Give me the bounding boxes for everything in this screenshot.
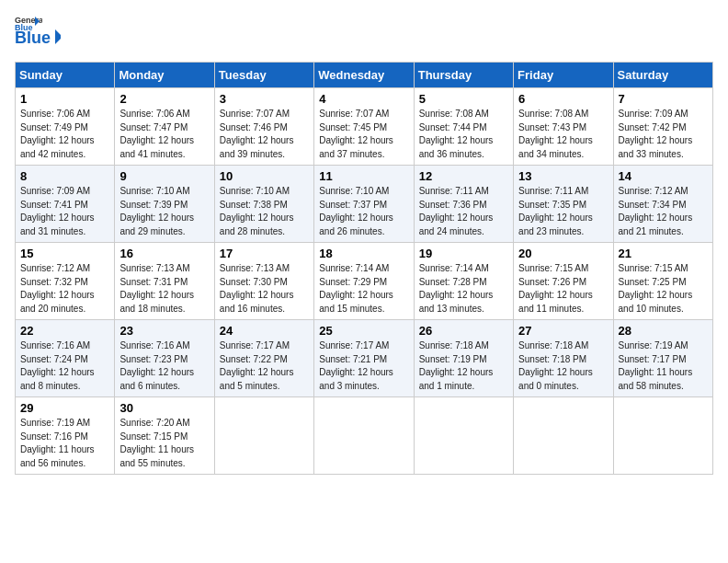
calendar-cell: 22Sunrise: 7:16 AMSunset: 7:24 PMDayligh…: [16, 320, 115, 397]
calendar-cell: 16Sunrise: 7:13 AMSunset: 7:31 PMDayligh…: [115, 243, 214, 320]
calendar-week-row: 22Sunrise: 7:16 AMSunset: 7:24 PMDayligh…: [16, 320, 713, 397]
calendar-cell: 8Sunrise: 7:09 AMSunset: 7:41 PMDaylight…: [16, 166, 115, 243]
calendar-cell: 12Sunrise: 7:11 AMSunset: 7:36 PMDayligh…: [414, 166, 513, 243]
day-info: Sunrise: 7:16 AMSunset: 7:23 PMDaylight:…: [119, 339, 209, 393]
day-info: Sunrise: 7:09 AMSunset: 7:41 PMDaylight:…: [20, 185, 109, 238]
day-number: 24: [220, 324, 309, 338]
day-info: Sunrise: 7:17 AMSunset: 7:22 PMDaylight:…: [220, 339, 309, 393]
day-number: 3: [220, 92, 309, 106]
calendar-cell: [314, 397, 414, 475]
day-number: 18: [319, 247, 408, 260]
day-number: 25: [319, 324, 408, 338]
logo: General Blue Blue: [15, 15, 61, 52]
header: General Blue Blue: [15, 15, 713, 52]
calendar-cell: 30Sunrise: 7:20 AMSunset: 7:15 PMDayligh…: [115, 397, 214, 475]
day-info: Sunrise: 7:17 AMSunset: 7:21 PMDaylight:…: [319, 339, 408, 393]
day-number: 12: [419, 169, 508, 183]
calendar-cell: [414, 397, 513, 475]
calendar-cell: 23Sunrise: 7:16 AMSunset: 7:23 PMDayligh…: [115, 320, 214, 397]
calendar-header-row: SundayMondayTuesdayWednesdayThursdayFrid…: [16, 63, 713, 88]
day-number: 4: [319, 92, 408, 106]
day-number: 26: [419, 324, 508, 338]
calendar-cell: 17Sunrise: 7:13 AMSunset: 7:30 PMDayligh…: [214, 243, 313, 320]
day-number: 2: [119, 92, 209, 106]
calendar-cell: 20Sunrise: 7:15 AMSunset: 7:26 PMDayligh…: [514, 243, 613, 320]
day-number: 1: [20, 92, 109, 106]
day-number: 29: [20, 401, 109, 415]
calendar-cell: 26Sunrise: 7:18 AMSunset: 7:19 PMDayligh…: [414, 320, 513, 397]
calendar-cell: 10Sunrise: 7:10 AMSunset: 7:38 PMDayligh…: [214, 166, 313, 243]
calendar-week-row: 29Sunrise: 7:19 AMSunset: 7:16 PMDayligh…: [16, 397, 713, 475]
day-info: Sunrise: 7:11 AMSunset: 7:36 PMDaylight:…: [419, 185, 508, 238]
calendar-cell: 28Sunrise: 7:19 AMSunset: 7:17 PMDayligh…: [613, 320, 712, 397]
day-info: Sunrise: 7:19 AMSunset: 7:16 PMDaylight:…: [20, 417, 109, 470]
calendar-cell: 6Sunrise: 7:08 AMSunset: 7:43 PMDaylight…: [514, 88, 613, 166]
day-number: 10: [220, 169, 309, 183]
day-number: 11: [319, 169, 408, 183]
day-header-friday: Friday: [514, 63, 613, 88]
calendar-week-row: 1Sunrise: 7:06 AMSunset: 7:49 PMDaylight…: [16, 88, 713, 166]
calendar-cell: 29Sunrise: 7:19 AMSunset: 7:16 PMDayligh…: [16, 397, 115, 475]
day-info: Sunrise: 7:09 AMSunset: 7:42 PMDaylight:…: [619, 108, 708, 161]
day-info: Sunrise: 7:08 AMSunset: 7:43 PMDaylight:…: [518, 108, 608, 161]
day-info: Sunrise: 7:10 AMSunset: 7:39 PMDaylight:…: [119, 185, 209, 238]
day-number: 23: [119, 324, 209, 338]
day-info: Sunrise: 7:16 AMSunset: 7:24 PMDaylight:…: [20, 339, 109, 393]
day-info: Sunrise: 7:18 AMSunset: 7:18 PMDaylight:…: [518, 339, 608, 393]
calendar-cell: 18Sunrise: 7:14 AMSunset: 7:29 PMDayligh…: [314, 243, 414, 320]
day-number: 21: [619, 247, 708, 260]
calendar-cell: [214, 397, 313, 475]
calendar-cell: 5Sunrise: 7:08 AMSunset: 7:44 PMDaylight…: [414, 88, 513, 166]
day-info: Sunrise: 7:20 AMSunset: 7:15 PMDaylight:…: [119, 417, 209, 470]
calendar-cell: 4Sunrise: 7:07 AMSunset: 7:45 PMDaylight…: [314, 88, 414, 166]
calendar-cell: 2Sunrise: 7:06 AMSunset: 7:47 PMDaylight…: [115, 88, 214, 166]
day-number: 7: [619, 92, 708, 106]
day-number: 17: [220, 247, 309, 260]
calendar-cell: 7Sunrise: 7:09 AMSunset: 7:42 PMDaylight…: [613, 88, 712, 166]
day-number: 5: [419, 92, 508, 106]
day-header-wednesday: Wednesday: [314, 63, 414, 88]
day-number: 30: [119, 401, 209, 415]
day-header-thursday: Thursday: [414, 63, 513, 88]
day-info: Sunrise: 7:19 AMSunset: 7:17 PMDaylight:…: [619, 339, 708, 393]
calendar-cell: 24Sunrise: 7:17 AMSunset: 7:22 PMDayligh…: [214, 320, 313, 397]
calendar-cell: 27Sunrise: 7:18 AMSunset: 7:18 PMDayligh…: [514, 320, 613, 397]
day-info: Sunrise: 7:14 AMSunset: 7:29 PMDaylight:…: [319, 262, 408, 316]
day-number: 13: [518, 169, 608, 183]
day-info: Sunrise: 7:07 AMSunset: 7:45 PMDaylight:…: [319, 108, 408, 161]
day-info: Sunrise: 7:18 AMSunset: 7:19 PMDaylight:…: [419, 339, 508, 393]
day-header-sunday: Sunday: [16, 63, 115, 88]
calendar-cell: 25Sunrise: 7:17 AMSunset: 7:21 PMDayligh…: [314, 320, 414, 397]
day-info: Sunrise: 7:10 AMSunset: 7:38 PMDaylight:…: [220, 185, 309, 238]
day-number: 8: [20, 169, 109, 183]
logo-blue: Blue: [15, 28, 61, 52]
day-number: 20: [518, 247, 608, 260]
day-number: 15: [20, 247, 109, 260]
calendar-cell: 15Sunrise: 7:12 AMSunset: 7:32 PMDayligh…: [16, 243, 115, 320]
day-info: Sunrise: 7:11 AMSunset: 7:35 PMDaylight:…: [518, 185, 608, 238]
day-number: 14: [619, 169, 708, 183]
day-number: 27: [518, 324, 608, 338]
day-number: 16: [119, 247, 209, 260]
day-info: Sunrise: 7:12 AMSunset: 7:32 PMDaylight:…: [20, 262, 109, 316]
svg-text:Blue: Blue: [15, 29, 51, 47]
svg-marker-4: [55, 29, 61, 44]
calendar-cell: 13Sunrise: 7:11 AMSunset: 7:35 PMDayligh…: [514, 166, 613, 243]
day-number: 28: [619, 324, 708, 338]
calendar-cell: 21Sunrise: 7:15 AMSunset: 7:25 PMDayligh…: [613, 243, 712, 320]
calendar-cell: 11Sunrise: 7:10 AMSunset: 7:37 PMDayligh…: [314, 166, 414, 243]
day-info: Sunrise: 7:08 AMSunset: 7:44 PMDaylight:…: [419, 108, 508, 161]
day-info: Sunrise: 7:06 AMSunset: 7:47 PMDaylight:…: [119, 108, 209, 161]
calendar-week-row: 8Sunrise: 7:09 AMSunset: 7:41 PMDaylight…: [16, 166, 713, 243]
day-info: Sunrise: 7:13 AMSunset: 7:30 PMDaylight:…: [220, 262, 309, 316]
day-info: Sunrise: 7:15 AMSunset: 7:26 PMDaylight:…: [518, 262, 608, 316]
day-info: Sunrise: 7:06 AMSunset: 7:49 PMDaylight:…: [20, 108, 109, 161]
day-info: Sunrise: 7:13 AMSunset: 7:31 PMDaylight:…: [119, 262, 209, 316]
calendar-cell: 14Sunrise: 7:12 AMSunset: 7:34 PMDayligh…: [613, 166, 712, 243]
calendar-cell: [514, 397, 613, 475]
day-number: 6: [518, 92, 608, 106]
calendar-table: SundayMondayTuesdayWednesdayThursdayFrid…: [15, 62, 713, 475]
day-number: 9: [119, 169, 209, 183]
calendar-cell: 19Sunrise: 7:14 AMSunset: 7:28 PMDayligh…: [414, 243, 513, 320]
day-header-tuesday: Tuesday: [214, 63, 313, 88]
